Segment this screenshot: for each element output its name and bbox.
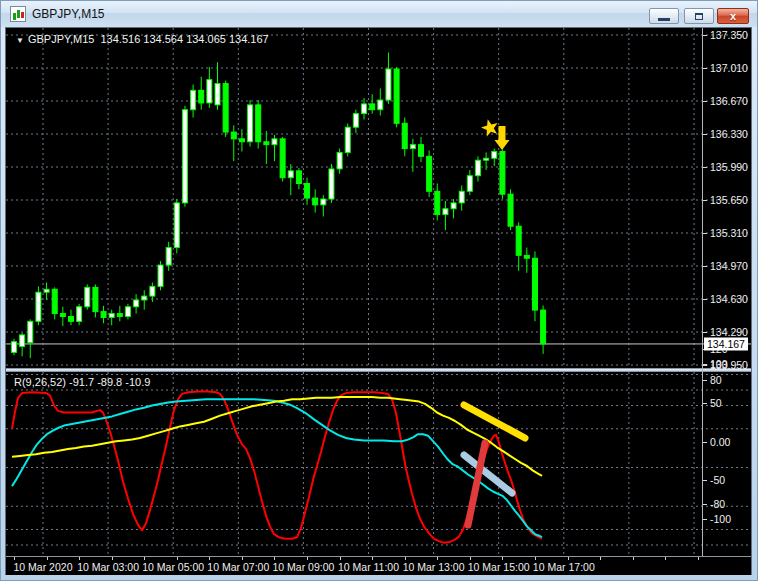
oscillator-tick-label: -100 — [710, 513, 731, 525]
candle-body — [223, 84, 228, 133]
candle-body — [280, 139, 285, 178]
time-tick — [209, 557, 210, 560]
candle-body — [77, 307, 82, 322]
price-tick-label: 134.290 — [710, 326, 748, 338]
candle-body — [93, 287, 98, 311]
oscillator-tick-label: 100 — [710, 358, 728, 370]
candle-body — [427, 156, 432, 191]
axis-tick — [703, 403, 707, 404]
star-annotation — [481, 119, 498, 136]
oscillator-line-slow-yellow — [12, 397, 542, 476]
candle-body — [248, 105, 253, 142]
current-price-label: 134.167 — [704, 337, 748, 350]
candle-body — [516, 226, 521, 255]
time-tick — [274, 557, 275, 560]
time-tick — [665, 557, 666, 560]
axis-tick — [703, 480, 707, 481]
chart-legend: ▼GBPJPY,M15 134.516 134.564 134.065 134.… — [16, 33, 269, 45]
axis-tick — [703, 442, 707, 443]
candle-body — [191, 90, 196, 109]
time-tick — [144, 557, 145, 560]
candle-body — [256, 105, 261, 142]
candle-body — [492, 151, 497, 158]
axis-tick — [703, 134, 707, 135]
time-tick — [405, 557, 406, 560]
candle-body — [508, 194, 513, 226]
candle-body — [101, 312, 106, 318]
close-icon: x — [718, 9, 748, 23]
candle-body — [134, 300, 139, 307]
candle-body — [370, 104, 375, 110]
candle-body — [313, 198, 318, 205]
price-tick-label: 136.670 — [710, 95, 748, 107]
oscillator-pane[interactable] — [6, 372, 751, 556]
candle-body — [117, 314, 122, 317]
candle-body — [451, 203, 456, 209]
candle-body — [321, 199, 326, 205]
axis-tick — [703, 266, 707, 267]
price-tick-label: 137.010 — [710, 62, 748, 74]
candle-body — [475, 160, 480, 176]
time-tick — [79, 557, 80, 560]
candle-body — [182, 110, 187, 203]
candle-body — [524, 255, 529, 258]
time-tick — [307, 557, 308, 560]
candle-body — [68, 316, 73, 321]
axis-tick — [703, 35, 707, 36]
candle-body — [402, 123, 407, 148]
candle-body — [150, 286, 155, 296]
time-tick — [502, 557, 503, 560]
time-tick — [698, 557, 699, 560]
oscillator-tick-label: 0.00 — [710, 436, 730, 448]
title-bar[interactable]: GBPJPY,M15 x — [1, 1, 757, 27]
candle-body — [52, 289, 57, 313]
candle-body — [166, 248, 171, 265]
candle-body — [199, 90, 204, 103]
oscillator-tick-label: 50 — [710, 397, 722, 409]
axis-tick — [703, 200, 707, 201]
axis-tick — [703, 364, 707, 365]
axis-tick — [703, 167, 707, 168]
oscillator-tick-label: -50 — [710, 474, 725, 486]
oscillator-line-mid-cyan — [12, 399, 542, 537]
candle-body — [362, 104, 367, 114]
price-axis[interactable]: 137.350137.010136.670136.330135.990135.6… — [703, 28, 751, 556]
candle-body — [410, 145, 415, 149]
price-chart-pane[interactable] — [6, 28, 751, 368]
minimize-button[interactable] — [649, 8, 679, 24]
candle-body — [288, 171, 293, 178]
restore-button[interactable] — [684, 8, 714, 24]
candle-body — [36, 292, 41, 321]
candle-body — [28, 321, 33, 342]
time-tick — [633, 557, 634, 560]
candle-body — [541, 310, 546, 344]
chart-window: GBPJPY,M15 x ▼GBPJPY,M15 134.516 134.564… — [0, 0, 758, 581]
time-tick — [470, 557, 471, 560]
symbol-dropdown-icon[interactable]: ▼ — [16, 36, 24, 45]
axis-tick — [703, 233, 707, 234]
candle-body — [174, 203, 179, 248]
candle-body — [329, 169, 334, 199]
candle-body — [500, 151, 505, 194]
close-button[interactable]: x — [717, 8, 749, 24]
candle-body — [353, 114, 358, 128]
candle-body — [378, 100, 383, 110]
time-label: 10 Mar 17:00 — [522, 561, 606, 573]
candle-body — [484, 158, 489, 160]
candle-body — [394, 69, 399, 123]
candle-body — [296, 171, 301, 184]
candle-body — [305, 184, 310, 199]
candle-body — [467, 176, 472, 192]
price-tick-label: 135.650 — [710, 194, 748, 206]
candle-body — [532, 258, 537, 310]
time-tick — [242, 557, 243, 560]
candle-body — [44, 289, 49, 292]
time-tick — [177, 557, 178, 560]
price-tick-label: 134.630 — [710, 293, 748, 305]
chart-content: ▼GBPJPY,M15 134.516 134.564 134.065 134.… — [5, 27, 752, 575]
axis-tick — [703, 299, 707, 300]
axis-tick — [703, 380, 707, 381]
time-tick — [340, 557, 341, 560]
time-axis[interactable]: 10 Mar 202010 Mar 03:0010 Mar 05:0010 Ma… — [6, 556, 751, 575]
candle-body — [231, 132, 236, 139]
